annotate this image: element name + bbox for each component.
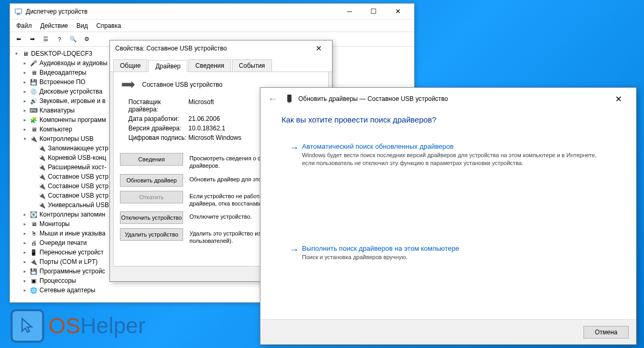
expand-toggle-icon[interactable]: ▸ <box>22 70 28 75</box>
wizard-body: Как вы хотите провести поиск драйверов? … <box>260 110 636 274</box>
expand-toggle-icon[interactable]: ▸ <box>22 212 28 217</box>
tb-fwd-icon[interactable]: ➡ <box>26 33 38 46</box>
category-icon: 🖥 <box>29 125 38 134</box>
wizard-option-manual[interactable]: → Выполнить поиск драйверов на этом комп… <box>281 239 615 267</box>
tab-driver[interactable]: Драйвер <box>148 60 187 72</box>
usb-icon: 🔌 <box>38 182 46 190</box>
category-icon: 💽 <box>29 210 38 219</box>
svg-rect-0 <box>15 9 22 13</box>
expand-toggle-icon[interactable]: ▸ <box>22 250 28 255</box>
expand-toggle-icon[interactable]: ▸ <box>22 108 28 113</box>
wizard-cancel-button[interactable]: Отмена <box>583 326 629 339</box>
expand-toggle-icon[interactable]: ▸ <box>22 221 28 227</box>
category-icon: ▣ <box>29 277 38 285</box>
wizard-close-button[interactable]: ✕ <box>608 94 629 104</box>
props-button-desc: Обновить драйвер для этог <box>189 174 264 183</box>
category-icon: 🔊 <box>29 97 38 105</box>
category-icon: 🖥 <box>29 220 38 228</box>
expand-toggle-icon[interactable]: ▸ <box>22 117 28 122</box>
category-icon: 🧩 <box>29 116 38 124</box>
expand-toggle-icon[interactable]: ▸ <box>22 288 28 293</box>
category-icon: 💾 <box>29 267 38 275</box>
tree-node-label: Процессоры <box>39 277 76 284</box>
tree-node-label: Мониторы <box>39 220 69 228</box>
menu-action[interactable]: Действие <box>36 21 73 30</box>
cursor-icon <box>11 309 44 343</box>
tree-child-label: Запоминающее устр <box>48 145 108 152</box>
wizard-option-auto[interactable]: → Автоматический поиск обновленных драйв… <box>281 137 615 173</box>
svg-rect-1 <box>17 14 20 15</box>
tree-node-label: Звуковые, игровые и в <box>39 97 106 105</box>
expand-toggle-icon[interactable]: ▸ <box>22 269 28 274</box>
minimize-button[interactable]: ─ <box>337 4 361 19</box>
svg-rect-2 <box>287 95 291 102</box>
tree-node-label: Компьютер <box>39 126 72 133</box>
category-icon: 🎤 <box>29 59 38 67</box>
tb-back-icon[interactable]: ⬅ <box>12 33 25 46</box>
tree-child-label: Расширяемый хост- <box>48 163 106 171</box>
tree-node-label: Программные устройс <box>39 268 105 275</box>
props-row-label: Версия драйвера: <box>120 125 188 132</box>
category-icon: ⌨ <box>29 106 38 115</box>
usb-icon: 🔌 <box>38 191 46 200</box>
props-row-label: Цифровая подпись: <box>120 134 188 141</box>
wizard-titlebar: ← Обновить драйверы — Составное USB устр… <box>260 88 636 110</box>
wm-os: OS <box>48 313 80 338</box>
tb-help-icon[interactable]: ? <box>53 33 66 46</box>
props-row-label: Дата разработки: <box>120 115 188 122</box>
props-row-value: Microsoft Windows <box>188 134 242 141</box>
props-action-button[interactable]: Сведения <box>120 153 183 166</box>
usb-icon: 🔌 <box>38 172 46 181</box>
expand-toggle-icon[interactable]: ▾ <box>22 136 28 141</box>
props-row-value: 10.0.18362.1 <box>188 125 225 132</box>
props-action-button[interactable]: Удалить устройство <box>120 228 183 241</box>
tb-props-icon[interactable]: ⚙ <box>80 33 93 46</box>
tree-node-label: Порты (COM и LPT) <box>39 258 98 265</box>
tab-general[interactable]: Общие <box>113 59 147 71</box>
expand-toggle-icon[interactable]: ▸ <box>22 60 28 66</box>
tree-node-label: Сетевые адаптеры <box>39 286 95 294</box>
expand-toggle-icon[interactable]: ▸ <box>22 127 28 132</box>
tree-node-label: Очереди печати <box>39 239 87 247</box>
props-action-button: Откатить <box>120 191 183 203</box>
tab-events[interactable]: События <box>232 59 272 71</box>
devmgr-app-icon <box>14 7 23 16</box>
props-action-button[interactable]: Отключить устройство <box>120 211 183 224</box>
expand-toggle-icon[interactable]: ▸ <box>22 89 28 94</box>
devmgr-title: Диспетчер устройств <box>26 8 337 15</box>
tree-node-label: Контроллеры USB <box>39 135 94 142</box>
expand-toggle-icon[interactable]: ▸ <box>22 278 28 283</box>
expand-toggle-icon[interactable]: ▸ <box>22 231 28 236</box>
wizard-device-icon <box>285 94 294 104</box>
menu-view[interactable]: Вид <box>72 21 92 30</box>
props-row-label: Поставщик драйвера: <box>120 98 188 113</box>
tree-root-label: DESKTOP-LDQECF3 <box>31 50 92 57</box>
props-row-value: 21.06.2006 <box>188 115 220 122</box>
wizard-footer: Отмена <box>260 319 636 344</box>
props-close-button[interactable]: ✕ <box>311 44 327 53</box>
category-icon: 📱 <box>29 248 38 257</box>
category-icon: 🖥 <box>29 68 38 77</box>
wm-helper: Helper <box>80 313 146 338</box>
expand-toggle-icon[interactable]: ▸ <box>22 259 28 264</box>
expand-toggle-icon[interactable]: ▸ <box>22 98 28 104</box>
menu-file[interactable]: Файл <box>12 21 36 30</box>
category-icon: 🌐 <box>29 286 38 294</box>
close-button[interactable]: ✕ <box>386 4 410 19</box>
arrow-right-icon: → <box>289 244 302 261</box>
usb-icon: 🔌 <box>38 163 46 171</box>
tree-child-label: Составное USB устр <box>48 182 108 190</box>
wopt-title-1: Выполнить поиск драйверов на этом компью… <box>302 244 459 252</box>
wizard-back-button[interactable]: ← <box>268 94 277 105</box>
tab-details[interactable]: Сведения <box>188 59 231 71</box>
devmgr-titlebar: Диспетчер устройств ─ ☐ ✕ <box>10 4 414 19</box>
expand-toggle-icon[interactable]: ▸ <box>22 240 28 245</box>
tb-scan-icon[interactable]: 🔍 <box>67 33 79 46</box>
props-action-button[interactable]: Обновить драйвер <box>120 174 183 187</box>
maximize-button[interactable]: ☐ <box>361 4 386 19</box>
expand-toggle-icon[interactable]: ▸ <box>22 79 28 85</box>
tree-child-label: Составное USB устр <box>48 192 108 199</box>
menu-help[interactable]: Справка <box>92 21 125 30</box>
tb-list-icon[interactable]: ☰ <box>39 33 52 46</box>
watermark-logo: OSHelper <box>11 309 145 343</box>
